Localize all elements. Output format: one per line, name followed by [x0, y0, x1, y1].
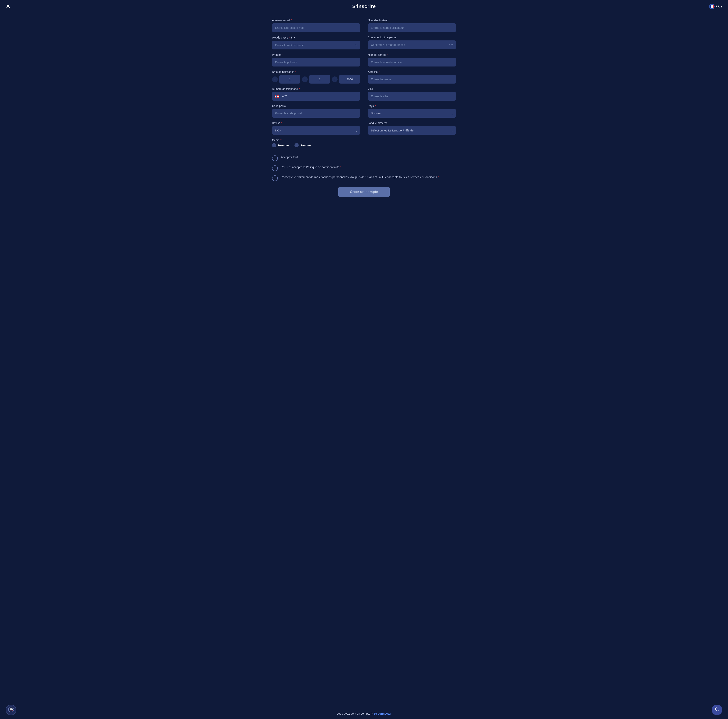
currency-label: Devise *	[272, 121, 360, 125]
language-pref-select-wrapper: Sélectionnez La Langue Préférée Français…	[368, 126, 456, 135]
svg-line-3	[718, 710, 719, 711]
gender-male-label: Homme	[278, 144, 289, 147]
language-pref-select[interactable]: Sélectionnez La Langue Préférée Français…	[368, 126, 456, 135]
email-group: Adresse e-mail *	[272, 19, 360, 32]
postal-code-input[interactable]	[272, 109, 360, 118]
city-group: Ville	[368, 87, 456, 101]
email-input[interactable]	[272, 23, 360, 32]
privacy-required: *	[340, 165, 341, 169]
address-group: Adresse *	[368, 70, 456, 84]
dob-group: Date de naissance * ⌄ 1 ⌄ 1 ⌄ 2006	[272, 70, 360, 84]
lang-flag	[709, 4, 714, 9]
search-icon	[715, 707, 719, 713]
eye-closed-icon: 〰	[354, 43, 358, 47]
username-input[interactable]	[368, 23, 456, 32]
lastname-group: Nom de famille *	[368, 53, 456, 66]
password-input[interactable]	[272, 41, 360, 49]
address-required: *	[379, 70, 379, 73]
chevron-down-icon: ▾	[721, 5, 722, 8]
accept-all-radio[interactable]	[272, 155, 278, 161]
phone-label: Numéro de téléphone *	[272, 87, 360, 90]
country-select[interactable]: Norway France Germany Spain Italy	[368, 109, 456, 118]
firstname-group: Prénom *	[272, 53, 360, 66]
phone-input-wrapper	[272, 92, 360, 101]
gender-group: Genre * Homme Femme	[272, 139, 456, 147]
country-group: Pays * Norway France Germany Spain Italy…	[368, 104, 456, 118]
eye-closed-icon-confirm: 〰	[450, 43, 453, 47]
email-required: *	[291, 19, 292, 22]
header: ✕ S'inscrire FR ▾	[0, 0, 728, 13]
dob-label: Date de naissance *	[272, 70, 360, 73]
password-label: Mot de passe * i	[272, 36, 360, 39]
phone-country-selector[interactable]	[272, 92, 281, 101]
gender-male-option[interactable]: Homme	[272, 143, 289, 147]
search-button[interactable]	[712, 705, 722, 715]
country-select-wrapper: Norway France Germany Spain Italy ⌄	[368, 109, 456, 118]
norway-flag-icon	[275, 95, 279, 98]
privacy-policy-text: J'ai lu et accepté la Politique de confi…	[281, 165, 341, 170]
email-label: Adresse e-mail *	[272, 19, 360, 22]
password-required: *	[289, 36, 290, 39]
chevron-down-icon-dob3: ⌄	[333, 78, 336, 81]
gender-label: Genre *	[272, 139, 456, 142]
address-input[interactable]	[368, 75, 456, 84]
city-input[interactable]	[368, 92, 456, 101]
chevron-down-icon-dob2: ⌄	[304, 78, 306, 81]
privacy-policy-radio[interactable]	[272, 165, 278, 171]
language-selector[interactable]: FR ▾	[709, 4, 722, 9]
username-group: Nom d'utilisateur *	[368, 19, 456, 32]
create-account-button[interactable]: Créer un compte	[338, 187, 390, 197]
registration-form: Adresse e-mail * Nom d'utilisateur * Mot…	[258, 13, 470, 708]
svg-text:📖: 📖	[9, 708, 13, 711]
sign-in-text: Vous avez déjà un compte ?	[336, 712, 373, 715]
phone-input[interactable]	[281, 92, 360, 101]
dob-month-next-button[interactable]: ⌄	[332, 76, 338, 82]
lastname-input[interactable]	[368, 58, 456, 66]
confirm-password-label: Confirmer/Mot de passe *	[368, 36, 456, 39]
password-info-icon[interactable]: i	[291, 36, 295, 39]
confirm-password-input[interactable]	[368, 40, 456, 49]
confirm-password-toggle-button[interactable]: 〰	[450, 43, 453, 47]
form-grid: Adresse e-mail * Nom d'utilisateur * Mot…	[272, 19, 456, 151]
consent-section: Accepter tout J'ai lu et accepté la Poli…	[272, 155, 456, 181]
footer: Vous avez déjà un compte ? Se connecter	[0, 708, 728, 719]
currency-required: *	[281, 121, 282, 125]
currency-group: Devise * NOK EUR GBP USD ⌄	[272, 121, 360, 135]
page-title: S'inscrire	[352, 3, 376, 9]
firstname-required: *	[282, 53, 283, 57]
dob-day-next-button[interactable]: ⌄	[302, 76, 308, 82]
accept-all-item: Accepter tout	[272, 155, 456, 161]
dob-required: *	[295, 70, 296, 73]
logo-button[interactable]: 📖	[6, 705, 16, 715]
password-toggle-button[interactable]: 〰	[354, 43, 358, 47]
gender-required: *	[280, 139, 281, 142]
dob-day-value: 1	[279, 75, 300, 84]
gender-female-label: Femme	[301, 144, 311, 147]
chevron-down-icon-dob: ⌄	[274, 78, 276, 81]
gender-female-radio[interactable]	[294, 143, 299, 147]
logo-icon: 📖	[8, 707, 14, 713]
dob-inputs: ⌄ 1 ⌄ 1 ⌄ 2006	[272, 75, 360, 84]
dob-month-value: 1	[309, 75, 330, 84]
terms-conditions-radio[interactable]	[272, 175, 278, 181]
gender-options: Homme Femme	[272, 143, 456, 147]
language-label: FR	[716, 5, 720, 8]
postal-code-label: Code postal	[272, 104, 360, 107]
privacy-policy-item: J'ai lu et accepté la Politique de confi…	[272, 165, 456, 171]
firstname-input[interactable]	[272, 58, 360, 66]
france-flag	[710, 5, 714, 8]
lastname-label: Nom de famille *	[368, 53, 456, 57]
password-group: Mot de passe * i 〰	[272, 36, 360, 49]
gender-male-radio[interactable]	[272, 143, 276, 147]
country-required: *	[375, 104, 376, 107]
confirm-password-input-wrapper: 〰	[368, 40, 456, 49]
dob-year-value: 2006	[339, 75, 360, 84]
dob-day-prev-button[interactable]: ⌄	[272, 76, 278, 82]
sign-in-link[interactable]: Se connecter	[373, 712, 392, 715]
close-button[interactable]: ✕	[6, 4, 10, 9]
gender-female-option[interactable]: Femme	[294, 143, 311, 147]
currency-select[interactable]: NOK EUR GBP USD	[272, 126, 360, 135]
phone-group: Numéro de téléphone *	[272, 87, 360, 101]
password-input-wrapper: 〰	[272, 41, 360, 49]
confirm-password-required: *	[397, 36, 398, 39]
